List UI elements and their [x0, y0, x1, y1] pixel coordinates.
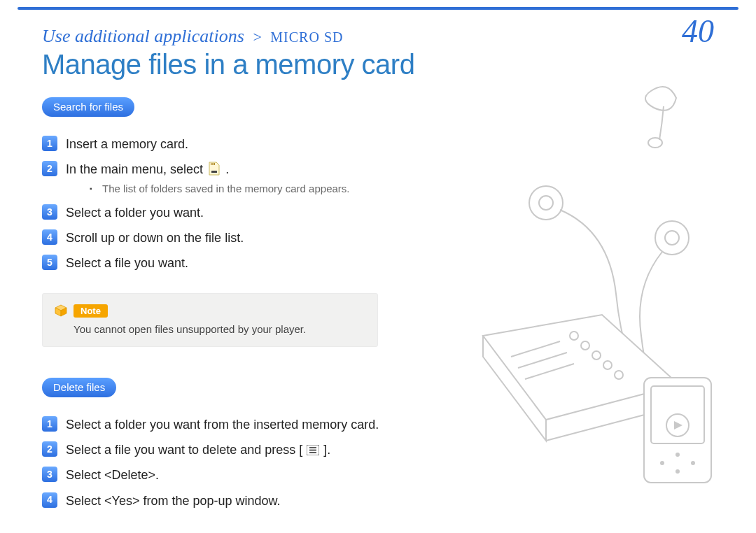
step-4: 4 Select <Yes> from the pop-up window.	[42, 492, 420, 510]
svg-point-24	[660, 461, 664, 465]
step-number-3: 3	[42, 467, 57, 482]
note-label: Note	[74, 304, 108, 318]
svg-rect-3	[211, 171, 217, 173]
step-3: 3 Select a folder you want.	[42, 204, 420, 222]
substep: The list of folders saved in the memory …	[90, 181, 420, 197]
svg-rect-0	[211, 163, 211, 165]
step-number-3: 3	[42, 204, 57, 220]
step-number-1: 1	[42, 136, 57, 151]
breadcrumb-row: Use additional applications > MICRO SD 4…	[42, 15, 714, 48]
step-number-2: 2	[42, 161, 57, 176]
step-2: 2 Select a file you want to delete and p…	[42, 441, 420, 459]
svg-point-9	[529, 186, 563, 220]
step-1: 1 Select a folder you want from the inse…	[42, 415, 420, 434]
breadcrumb-separator: >	[248, 28, 265, 45]
step-number-5: 5	[42, 255, 57, 270]
step-text: Select a folder you want.	[66, 206, 204, 220]
svg-point-27	[676, 469, 680, 474]
svg-rect-21	[644, 378, 711, 483]
step-2: 2 In the main menu, select . The list of…	[42, 160, 420, 197]
svg-rect-1	[212, 163, 213, 165]
micro-sd-icon	[208, 161, 220, 176]
step-text: Select a file you want.	[66, 256, 188, 270]
svg-point-11	[655, 221, 689, 255]
section-search-heading: Search for files	[42, 97, 134, 117]
step-number-2: 2	[42, 441, 57, 457]
search-steps: 1 Insert a memory card. 2 In the main me…	[42, 135, 420, 272]
step-text-suffix: .	[225, 162, 229, 176]
content-area: Manage files in a memory card Search for…	[42, 49, 420, 524]
step-number-1: 1	[42, 416, 57, 432]
svg-point-25	[676, 453, 680, 457]
svg-point-8	[648, 138, 662, 148]
svg-point-26	[691, 461, 695, 465]
step-text: Select <Delete>.	[66, 468, 159, 482]
note-box: Note You cannot open files unsupported b…	[42, 293, 378, 347]
step-text: Scroll up or down on the file list.	[66, 231, 244, 245]
step-1: 1 Insert a memory card.	[42, 135, 420, 153]
step-5: 5 Select a file you want.	[42, 254, 420, 272]
step-text: In the main menu, select	[66, 162, 206, 176]
cube-icon	[54, 304, 68, 318]
step-number-4: 4	[42, 229, 57, 245]
step-4: 4 Scroll up or down on the file list.	[42, 229, 420, 247]
svg-rect-2	[214, 163, 215, 165]
step-text: Select a file you want to delete and pre…	[66, 443, 302, 457]
top-rule	[18, 7, 738, 10]
breadcrumb-section: MICRO SD	[270, 29, 343, 45]
step-3: 3 Select <Delete>.	[42, 466, 420, 484]
note-text: You cannot open files unsupported by you…	[54, 323, 366, 335]
delete-steps: 1 Select a folder you want from the inse…	[42, 415, 420, 509]
menu-button-icon	[307, 442, 319, 453]
page-number: 40	[682, 15, 714, 48]
note-header: Note	[54, 304, 366, 318]
step-number-4: 4	[42, 492, 57, 508]
breadcrumb-parent: Use additional applications	[42, 26, 244, 46]
decorative-illustration	[441, 77, 735, 497]
step-text: Select <Yes> from the pop-up window.	[66, 494, 281, 508]
page-title: Manage files in a memory card	[42, 49, 420, 80]
step-text-suffix: ].	[323, 443, 330, 457]
breadcrumb: Use additional applications > MICRO SD	[42, 26, 343, 47]
step-text: Select a folder you want from the insert…	[66, 418, 379, 432]
section-delete-heading: Delete files	[42, 378, 116, 397]
step-text: Insert a memory card.	[66, 137, 188, 151]
